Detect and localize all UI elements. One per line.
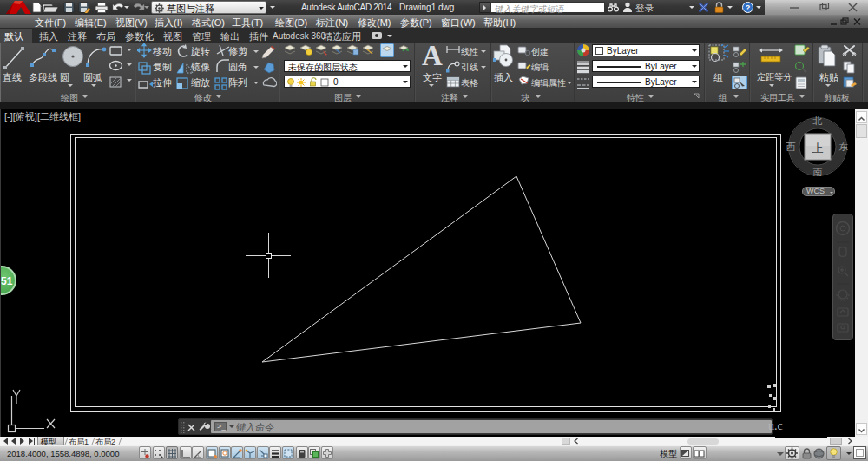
svg-text:上: 上 — [812, 142, 824, 155]
svg-text:?: ? — [746, 3, 751, 12]
svg-text:西: 西 — [786, 142, 796, 152]
svg-text:东: 东 — [839, 142, 849, 152]
svg-text:北: 北 — [812, 115, 823, 126]
svg-text:南: 南 — [813, 167, 823, 177]
